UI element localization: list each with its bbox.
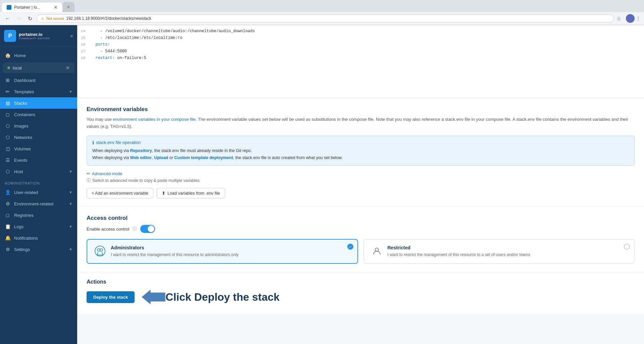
code-editor[interactable]: 14 - /volume1/docker/channeltube/audio:/… <box>77 25 644 98</box>
add-env-variable-button[interactable]: + Add an environment variable <box>87 188 153 198</box>
code-line-18: 18 restart: on-failure:5 <box>77 55 644 61</box>
info-box-row-1: When deploying via Repository, the stack… <box>92 147 629 154</box>
access-control-toggle[interactable] <box>140 225 155 233</box>
actions-title: Actions <box>87 279 280 285</box>
edit-icon: ✏ <box>87 171 90 176</box>
sidebar-item-user-related[interactable]: 👤 User-related ▼ <box>0 187 77 198</box>
back-button[interactable]: ← <box>3 15 12 22</box>
sidebar-item-notifications[interactable]: 🔔 Notifications <box>0 232 77 244</box>
sidebar-item-images[interactable]: ⬡ Images <box>0 120 77 132</box>
env-label: local <box>13 65 63 70</box>
logs-icon: 📋 <box>5 224 11 229</box>
forward-button[interactable]: → <box>15 15 23 22</box>
access-card-restricted[interactable]: Restricted I want to restrict the manage… <box>363 239 635 264</box>
access-card-administrators[interactable]: Administrators I want to restrict the ma… <box>87 239 358 264</box>
access-control-cards: Administrators I want to restrict the ma… <box>87 239 635 264</box>
profile-icon[interactable] <box>626 14 635 23</box>
svg-point-2 <box>97 249 100 251</box>
bookmark-star[interactable]: ☆ <box>616 15 621 22</box>
stacks-icon: ▤ <box>5 100 11 106</box>
tab-favicon <box>7 5 11 10</box>
code-line-14: 14 - /volume1/docker/channeltube/audio:/… <box>77 28 644 35</box>
reload-button[interactable]: ↻ <box>26 15 34 22</box>
code-line-17: 17 - 5444:5000 <box>77 48 644 55</box>
access-control-section: Access control Enable access control ⓘ <box>77 207 644 272</box>
sidebar-logs-label: Logs <box>14 224 65 229</box>
svg-point-4 <box>100 249 103 251</box>
line-number-15: 15 <box>77 35 91 41</box>
info-icon: ℹ <box>92 140 94 145</box>
info-box: ℹ stack.env file operation When deployin… <box>87 136 635 166</box>
tab-label: Portainer | lo... <box>14 5 40 10</box>
templates-chevron-icon: ▼ <box>69 90 72 94</box>
sidebar-item-volumes[interactable]: ◫ Volumes <box>0 143 77 154</box>
restricted-card-content: Restricted I want to restrict the manage… <box>388 245 531 258</box>
sidebar-environment[interactable]: local ✕ <box>3 62 75 73</box>
sidebar-item-logs[interactable]: 📋 Logs ▼ <box>0 221 77 232</box>
sidebar-item-home[interactable]: 🏠 Home <box>0 50 77 61</box>
portainer-logo-icon: P <box>4 30 16 42</box>
svg-marker-7 <box>142 290 165 304</box>
advanced-mode-link[interactable]: ✏ Advanced mode <box>87 171 635 176</box>
env-variables-section: Environment variables You may use enviro… <box>77 98 644 207</box>
browser-tab-active[interactable]: Portainer | lo... ✕ <box>2 3 62 12</box>
environment-related-chevron-icon: ▼ <box>69 202 72 206</box>
code-line-15: 15 - /etc/localtime:/etc/localtime:ro <box>77 35 644 41</box>
sidebar-item-host[interactable]: ⬡ Host ▼ <box>0 166 77 177</box>
sidebar-header: P portainer.io COMMUNITY EDITION « <box>0 25 77 47</box>
sidebar-item-networks[interactable]: ⬡ Networks <box>0 132 77 143</box>
sidebar-user-related-label: User-related <box>14 190 65 195</box>
browser-toolbar: ← → ↻ ⚠ Not secure 192.168.1.18:9000/#!/… <box>0 12 644 25</box>
sidebar-item-containers[interactable]: ◻ Containers <box>0 109 77 120</box>
registries-icon: ◻ <box>5 212 11 218</box>
restricted-radio[interactable] <box>624 244 630 250</box>
administrators-radio[interactable] <box>347 244 353 250</box>
svg-line-1 <box>97 252 98 255</box>
env-variables-link[interactable]: environment variables in your compose fi… <box>113 117 195 122</box>
sidebar-item-settings[interactable]: ⚙ Settings ▼ <box>0 244 77 255</box>
sidebar-home-label: Home <box>14 53 72 58</box>
code-editor-section: 14 - /volume1/docker/channeltube/audio:/… <box>77 25 644 98</box>
sidebar-navigation: 🏠 Home local ✕ ⊞ Dashboard ✏ Templates ▼… <box>0 47 77 344</box>
line-content-17: - 5444:5000 <box>91 48 127 54</box>
access-control-title: Access control <box>87 215 635 222</box>
env-variables-description: You may use environment variables in you… <box>87 116 635 130</box>
enable-access-control-label: Enable access control <box>87 227 129 232</box>
settings-icon: ⚙ <box>5 247 11 252</box>
actions-content: Actions Deploy the stack Click Deploy th… <box>87 279 280 304</box>
administrators-icon <box>94 245 106 257</box>
address-bar[interactable]: ⚠ Not secure 192.168.1.18:9000/#!/2/dock… <box>37 14 614 22</box>
sidebar-collapse-button[interactable]: « <box>70 33 73 39</box>
sidebar-item-registries[interactable]: ◻ Registries <box>0 209 77 221</box>
line-content-15: - /etc/localtime:/etc/localtime:ro <box>91 35 183 41</box>
sidebar-item-dashboard[interactable]: ⊞ Dashboard <box>0 75 77 86</box>
line-number-17: 17 <box>77 48 91 54</box>
sidebar-containers-label: Containers <box>14 112 72 117</box>
browser-tab-new[interactable]: + <box>62 2 75 12</box>
info-box-title: ℹ stack.env file operation <box>92 140 629 145</box>
sidebar-volumes-label: Volumes <box>14 146 72 151</box>
annotation-text: Click Deploy the stack <box>165 291 280 303</box>
upload-icon: ⬆ <box>162 191 165 196</box>
advanced-mode-hint: ⓘ Switch to advanced mode to copy & past… <box>87 178 635 183</box>
restricted-card-title: Restricted <box>388 245 531 250</box>
env-variable-actions: + Add an environment variable ⬆ Load var… <box>87 188 635 198</box>
sidebar-images-label: Images <box>14 124 72 129</box>
deploy-stack-button[interactable]: Deploy the stack <box>87 291 135 303</box>
sidebar-item-events[interactable]: ☰ Events <box>0 154 77 166</box>
sidebar-item-stacks[interactable]: ▤ Stacks <box>0 97 77 109</box>
host-chevron-icon: ▼ <box>69 169 72 174</box>
images-icon: ⬡ <box>5 123 11 129</box>
tab-close-button[interactable]: ✕ <box>54 5 58 10</box>
main-content: 14 - /volume1/docker/channeltube/audio:/… <box>77 25 644 344</box>
info-box-row-2: When deploying via Web editor, Upload or… <box>92 154 629 161</box>
line-content-14: - /volume1/docker/channeltube/audio:/cha… <box>91 28 255 34</box>
load-env-file-button[interactable]: ⬆ Load variables from .env file <box>157 188 225 198</box>
extensions-icon[interactable]: ⋮ <box>636 16 641 21</box>
user-related-chevron-icon: ▼ <box>69 190 72 194</box>
sidebar-item-environment-related[interactable]: ⚙ Environment-related ▼ <box>0 198 77 209</box>
home-icon: 🏠 <box>5 53 11 58</box>
address-url: 192.168.1.18:9000/#!/2/docker/stacks/new… <box>66 16 151 21</box>
sidebar-item-templates[interactable]: ✏ Templates ▼ <box>0 86 77 97</box>
env-close-button[interactable]: ✕ <box>66 65 70 70</box>
